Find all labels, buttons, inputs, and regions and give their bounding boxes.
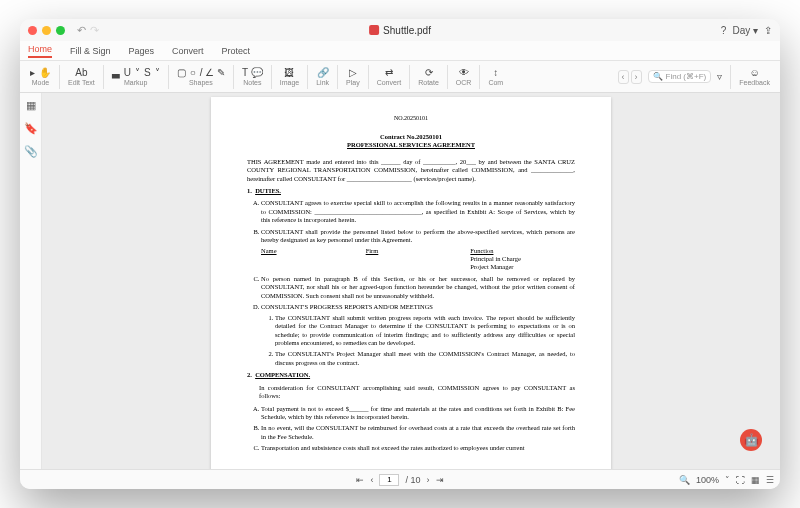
search-icon: 🔍 (653, 72, 663, 81)
search-input[interactable]: 🔍 Find (⌘+F) (648, 70, 712, 83)
maximize-icon[interactable] (56, 26, 65, 35)
window-title-text: Shuttle.pdf (383, 25, 431, 36)
zoom-dropdown-icon[interactable]: ˅ (725, 475, 730, 485)
tab-protect[interactable]: Protect (222, 46, 251, 56)
tool-mode[interactable]: ▸✋ Mode (26, 67, 55, 86)
pager-left-small[interactable]: ‹ (618, 70, 629, 84)
traffic-lights (28, 26, 65, 35)
document-viewport[interactable]: NO.20250101 Contract No.20250101PROFESSI… (42, 93, 780, 469)
tab-fill-sign[interactable]: Fill & Sign (70, 46, 111, 56)
next-page-icon[interactable]: › (427, 475, 430, 485)
close-icon[interactable] (28, 26, 37, 35)
contract-number: Contract No.20250101PROFESSIONAL SERVICE… (247, 133, 575, 150)
page-stamp: NO.20250101 (247, 115, 575, 123)
tool-shapes[interactable]: ▢ ○ / ∠ ✎ Shapes (173, 67, 229, 86)
tab-convert[interactable]: Convert (172, 46, 204, 56)
tool-convert[interactable]: ⇄Convert (373, 67, 406, 86)
help-icon[interactable]: ? (721, 25, 727, 36)
page-total: / 10 (405, 475, 420, 485)
status-bar: ⇤ ‹ / 10 › ⇥ 🔍 100% ˅ ⛶ ▦ ☰ (20, 469, 780, 489)
hand-icon: ✋ (39, 67, 51, 78)
assistant-fab[interactable]: 🤖 (740, 429, 762, 451)
app-window: ↶ ↷ Shuttle.pdf ? Day ▾ ⇪ Home Fill & Si… (20, 19, 780, 489)
page-input[interactable] (379, 474, 399, 486)
toolbar: ▸✋ Mode AbEdit Text ▃ U˅ S˅ Markup ▢ ○ /… (20, 61, 780, 93)
share-icon[interactable]: ⇪ (764, 25, 772, 36)
view-list-icon[interactable]: ☰ (766, 475, 774, 485)
square-icon: ▢ (177, 67, 186, 78)
tab-home[interactable]: Home (28, 44, 52, 58)
left-sidebar: ▦ 🔖 📎 (20, 93, 42, 469)
page-navigator: ⇤ ‹ / 10 › ⇥ (356, 474, 443, 486)
pdf-icon (369, 25, 379, 35)
history-nav: ↶ ↷ (77, 24, 99, 37)
tool-edit-text[interactable]: AbEdit Text (64, 67, 99, 86)
section-2: 2. COMPENSATION. (247, 371, 575, 379)
title-bar: ↶ ↷ Shuttle.pdf ? Day ▾ ⇪ (20, 19, 780, 41)
bookmark-icon[interactable]: 🔖 (24, 122, 38, 135)
tool-notes[interactable]: T 💬Notes (238, 67, 267, 86)
tool-link[interactable]: 🔗Link (312, 67, 333, 86)
first-page-icon[interactable]: ⇤ (356, 475, 364, 485)
thumbnails-icon[interactable]: ▦ (26, 99, 36, 112)
pdf-page: NO.20250101 Contract No.20250101PROFESSI… (211, 97, 611, 469)
filter-icon[interactable]: ▿ (713, 71, 726, 82)
titlebar-right: ? Day ▾ ⇪ (721, 25, 772, 36)
prev-page-icon[interactable]: ‹ (370, 475, 373, 485)
ribbon-tabs: Home Fill & Sign Pages Convert Protect (20, 41, 780, 61)
cursor-icon: ▸ (30, 67, 35, 78)
forward-icon[interactable]: ↷ (90, 24, 99, 37)
minimize-icon[interactable] (42, 26, 51, 35)
tool-ocr[interactable]: 👁OCR (452, 67, 476, 86)
window-title: Shuttle.pdf (369, 25, 431, 36)
intro-paragraph: THIS AGREEMENT made and entered into thi… (247, 158, 575, 183)
day-toggle[interactable]: Day ▾ (732, 25, 758, 36)
view-grid-icon[interactable]: ▦ (751, 475, 760, 485)
highlight-icon: ▃ (112, 67, 120, 78)
zoom-out-icon[interactable]: 🔍 (679, 475, 690, 485)
section-1: 1. DUTIES. (247, 187, 575, 195)
footer-right: 🔍 100% ˅ ⛶ ▦ ☰ (679, 475, 774, 485)
attachment-icon[interactable]: 📎 (24, 145, 38, 158)
zoom-level[interactable]: 100% (696, 475, 719, 485)
compensation-intro: In consideration for CONSULTANT accompli… (259, 384, 575, 401)
tool-play[interactable]: ▷Play (342, 67, 364, 86)
compensation-list: Total payment is not to exceed $______ f… (261, 405, 575, 453)
pager-right-small[interactable]: › (631, 70, 642, 84)
back-icon[interactable]: ↶ (77, 24, 86, 37)
content-body: ▦ 🔖 📎 NO.20250101 Contract No.20250101PR… (20, 93, 780, 469)
circle-icon: ○ (190, 67, 196, 78)
duties-list: CONSULTANT agrees to exercise special sk… (261, 199, 575, 367)
tool-compress[interactable]: ↕Com (484, 67, 507, 86)
last-page-icon[interactable]: ⇥ (436, 475, 444, 485)
tool-rotate[interactable]: ⟳Rotate (414, 67, 443, 86)
tab-pages[interactable]: Pages (129, 46, 155, 56)
tool-feedback[interactable]: ☺Feedback (735, 67, 774, 86)
tool-image[interactable]: 🖼Image (276, 67, 303, 86)
tool-markup[interactable]: ▃ U˅ S˅ Markup (108, 67, 164, 86)
fit-page-icon[interactable]: ⛶ (736, 475, 745, 485)
